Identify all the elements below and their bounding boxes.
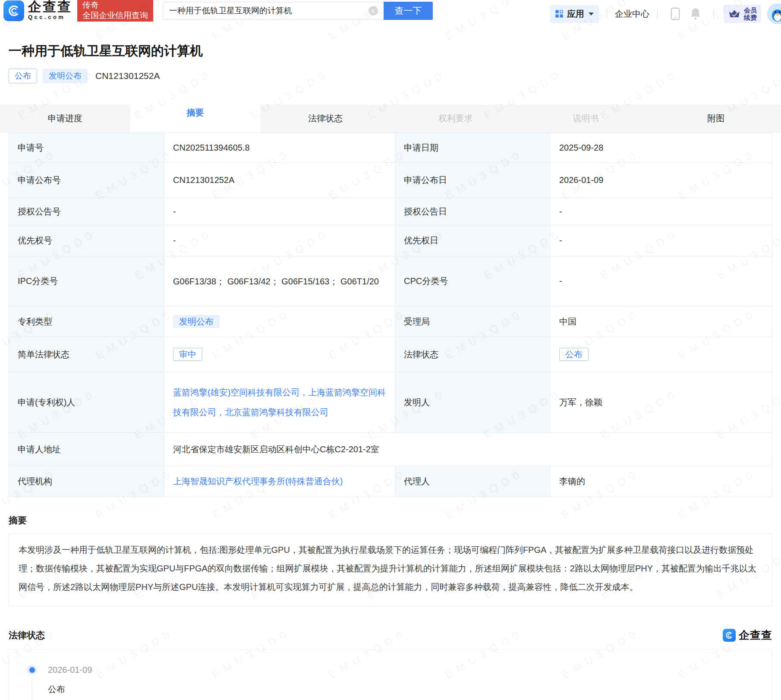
field-label: IPC分类号 — [9, 256, 164, 306]
field-value: 审中 — [164, 337, 395, 372]
field-value: 2025-09-28 — [551, 133, 772, 163]
publication-number: CN121301252A — [95, 71, 160, 81]
tab-application-progress[interactable]: 申请进度 — [0, 104, 130, 132]
timeline-event: 公布 — [48, 684, 772, 695]
field-label: 代理机构 — [9, 466, 164, 497]
legal-status-badge: 公布 — [559, 348, 589, 361]
table-row: 简单法律状态 审中 法律状态 公布 — [9, 337, 772, 372]
top-header: 企查查 Qcc.com 传奇 全国企业信用查询 ✕ 查一下 应用 企业中心 — [0, 0, 781, 27]
field-value: 中国 — [551, 306, 772, 337]
field-value: CN121301252A — [164, 163, 395, 198]
table-row: 专利类型 发明公布 受理局 中国 — [9, 306, 772, 337]
separator: ， — [299, 388, 308, 397]
legal-status-timeline: 2026-01-09 公布 — [9, 649, 772, 700]
field-label: 申请日期 — [395, 133, 551, 163]
field-label: 申请号 — [9, 133, 164, 163]
table-row: 授权公告号 - 授权公告日 - — [9, 198, 772, 225]
field-label: 申请公布日 — [395, 163, 551, 198]
field-label: 法律状态 — [395, 337, 551, 372]
field-label: 专利类型 — [9, 306, 164, 337]
table-row: 申请(专利权)人 蓝箭鸿擎(雄安)空间科技有限公司，上海蓝箭鸿擎空间科技有限公司… — [9, 372, 772, 433]
field-label: 授权公告日 — [395, 198, 551, 225]
field-label: 优先权号 — [9, 225, 164, 256]
search-bar: ✕ 查一下 — [163, 2, 433, 20]
user-avatar[interactable] — [767, 3, 781, 24]
field-value: 2026-01-09 — [551, 163, 772, 198]
field-value: - — [551, 256, 772, 306]
patent-badges: 公布 发明公布 CN121301252A — [9, 69, 772, 83]
brand-tagline-badge: 传奇 全国企业信用查询 — [77, 0, 153, 22]
applicant-link[interactable]: 北京蓝箭鸿擎科技有限公司 — [225, 407, 328, 417]
timeline-date: 2026-01-09 — [48, 665, 772, 675]
divider — [714, 9, 714, 19]
field-value: 上海智晟知识产权代理事务所(特殊普通合伙) — [164, 466, 395, 497]
table-row: 代理机构 上海智晟知识产权代理事务所(特殊普通合伙) 代理人 李镝的 — [9, 466, 772, 497]
field-value: 河北省保定市雄安新区启动区科创中心C栋C2-201-2室 — [164, 433, 772, 466]
tab-description: 说明书 — [521, 104, 651, 132]
notifications-icon[interactable] — [690, 7, 702, 20]
tab-abstract[interactable]: 摘要 — [130, 93, 261, 132]
field-value: - — [164, 198, 395, 225]
qcc-logo-icon — [3, 0, 24, 21]
field-value: 万军，徐颖 — [551, 372, 772, 433]
field-value: 发明公布 — [164, 306, 395, 337]
table-row: 优先权号 - 优先权日 - — [9, 225, 772, 256]
tab-claims: 权利要求 — [390, 104, 521, 132]
patent-detail-table: 申请号 CN202511394605.8 申请日期 2025-09-28 申请公… — [9, 132, 772, 497]
search-button[interactable]: 查一下 — [384, 2, 433, 20]
abstract-text: 本发明涉及一种用于低轨卫星互联网的计算机，包括:图形处理单元GPU，其被配置为执… — [9, 533, 772, 606]
simple-legal-status-badge: 审中 — [173, 348, 202, 361]
field-value: 李镝的 — [551, 466, 772, 497]
crown-icon — [728, 9, 741, 19]
patent-type-badge: 发明公布 — [43, 69, 88, 83]
legal-status-heading: 法律状态 — [9, 629, 45, 641]
timeline-dot-icon — [27, 665, 37, 675]
patent-type-badge: 发明公布 — [173, 315, 220, 328]
qcc-logo[interactable]: 企查查 Qcc.com — [3, 0, 72, 21]
field-label: 发明人 — [395, 372, 551, 433]
status-badge: 公布 — [9, 69, 37, 83]
timeline-connector — [31, 677, 32, 700]
search-input[interactable] — [163, 2, 384, 20]
field-value: G06F13/38； G06F13/42； G06F15/163； G06T1/… — [164, 256, 395, 306]
chevron-down-icon — [589, 13, 594, 16]
field-value: - — [551, 198, 772, 225]
field-value: 公布 — [551, 337, 772, 372]
divider — [657, 9, 658, 19]
table-row: IPC分类号 G06F13/38； G06F13/42； G06F15/163；… — [9, 256, 772, 306]
field-label: 代理人 — [395, 466, 551, 497]
separator: ， — [216, 407, 225, 417]
field-value: - — [551, 225, 772, 256]
field-label: 优先权日 — [395, 225, 551, 256]
page-title: 一种用于低轨卫星互联网的计算机 — [9, 42, 772, 60]
abstract-heading: 摘要 — [9, 514, 772, 527]
table-row: 申请公布号 CN121301252A 申请公布日 2026-01-09 — [9, 163, 772, 198]
timeline-item: 2026-01-09 公布 — [27, 665, 772, 695]
mobile-app-icon[interactable] — [670, 7, 681, 20]
member-renew-button[interactable]: 会员 续费 — [724, 5, 761, 23]
field-value: 蓝箭鸿擎(雄安)空间科技有限公司，上海蓝箭鸿擎空间科技有限公司，北京蓝箭鸿擎科技… — [164, 372, 395, 433]
clear-search-icon[interactable]: ✕ — [368, 6, 378, 16]
table-row: 申请号 CN202511394605.8 申请日期 2025-09-28 — [9, 133, 772, 163]
divider — [607, 9, 607, 19]
tab-bar: 申请进度 摘要 法律状态 权利要求 说明书 附图 — [0, 93, 781, 132]
apps-menu[interactable]: 应用 — [550, 5, 599, 23]
field-label: 简单法律状态 — [9, 337, 164, 372]
field-label: CPC分类号 — [395, 256, 551, 306]
field-value: CN202511394605.8 — [164, 133, 395, 163]
enterprise-center-link[interactable]: 企业中心 — [615, 8, 649, 20]
tab-drawings[interactable]: 附图 — [651, 104, 781, 132]
field-label: 申请公布号 — [9, 163, 164, 198]
applicant-link[interactable]: 蓝箭鸿擎(雄安)空间科技有限公司 — [173, 388, 299, 397]
tab-legal-status[interactable]: 法律状态 — [260, 104, 390, 132]
table-row: 申请人地址 河北省保定市雄安新区启动区科创中心C栋C2-201-2室 — [9, 433, 772, 466]
header-nav: 应用 企业中心 会员 续费 — [550, 3, 781, 24]
qcc-logo-icon — [723, 629, 736, 642]
legal-status-header: 法律状态 企查查 — [9, 628, 772, 642]
agency-link[interactable]: 上海智晟知识产权代理事务所(特殊普通合伙) — [173, 476, 343, 486]
apps-grid-icon — [555, 9, 564, 18]
field-label: 申请人地址 — [9, 433, 164, 466]
qcc-logo-text: 企查查 Qcc.com — [28, 0, 72, 20]
field-value: - — [164, 225, 395, 256]
qcc-watermark-logo: 企查查 — [723, 628, 772, 642]
